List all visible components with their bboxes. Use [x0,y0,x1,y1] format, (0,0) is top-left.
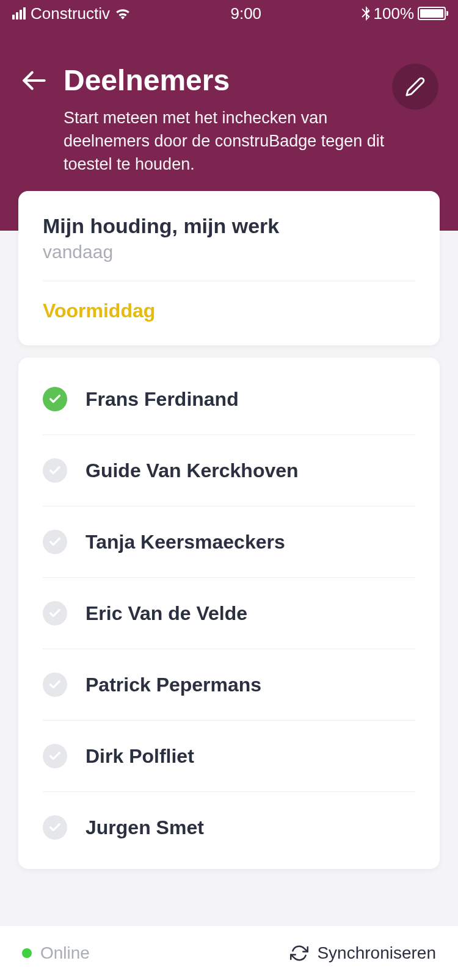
check-circle-unchecked-icon[interactable] [43,744,67,768]
check-circle-unchecked-icon[interactable] [43,458,67,483]
check-circle-unchecked-icon[interactable] [43,601,67,625]
participant-row[interactable]: Guide Van Kerckhoven [43,435,415,506]
carrier-label: Constructiv [31,4,110,23]
online-label: Online [40,943,90,963]
status-right: 100% [362,4,446,23]
online-dot-icon [22,948,32,958]
sync-button[interactable]: Synchroniseren [290,943,436,963]
header-subtitle: Start meteen met het inchecken van deeln… [64,107,399,176]
status-indicator: Online [22,943,90,963]
participant-row[interactable]: Patrick Pepermans [43,649,415,721]
session-date: vandaag [43,242,415,262]
bluetooth-icon [362,6,370,21]
participant-name: Patrick Pepermans [85,674,261,696]
participant-name: Jurgen Smet [85,816,204,839]
refresh-icon [290,944,308,962]
status-bar: Constructiv 9:00 100% [0,0,458,27]
arrow-left-icon [22,68,46,93]
participant-name: Dirk Polfliet [85,745,194,768]
participant-row[interactable]: Dirk Polfliet [43,721,415,792]
session-period: Voormiddag [43,300,415,322]
participant-name: Tanja Keersmaeckers [85,531,285,553]
session-card: Mijn houding, mijn werk vandaag Voormidd… [18,191,440,345]
divider [43,281,415,281]
sync-label: Synchroniseren [317,943,436,963]
battery-label: 100% [374,4,415,23]
participant-row[interactable]: Jurgen Smet [43,792,415,863]
participant-row[interactable]: Tanja Keersmaeckers [43,506,415,578]
check-circle-unchecked-icon[interactable] [43,672,67,697]
participants-card: Frans FerdinandGuide Van KerckhovenTanja… [18,358,440,869]
back-button[interactable] [20,66,49,95]
participant-name: Eric Van de Velde [85,602,247,625]
participant-row[interactable]: Eric Van de Velde [43,578,415,649]
pencil-icon [405,76,426,97]
edit-button[interactable] [392,63,438,110]
participant-row[interactable]: Frans Ferdinand [43,364,415,435]
battery-icon [418,7,446,20]
check-circle-checked-icon[interactable] [43,387,67,411]
participant-name: Guide Van Kerckhoven [85,459,299,482]
session-title: Mijn houding, mijn werk [43,214,415,238]
signal-icon [12,7,26,20]
wifi-icon [115,7,131,20]
participant-name: Frans Ferdinand [85,388,239,411]
page-title: Deelnemers [64,63,230,97]
status-left: Constructiv [12,4,131,23]
check-circle-unchecked-icon[interactable] [43,530,67,554]
footer: Online Synchroniseren [0,925,458,980]
check-circle-unchecked-icon[interactable] [43,815,67,840]
time-label: 9:00 [230,4,261,23]
